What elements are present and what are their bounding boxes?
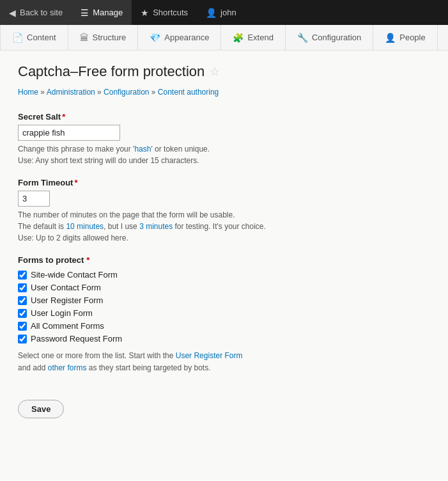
form-timeout-input[interactable] [18, 191, 50, 207]
shortcuts-label: Shortcuts [153, 8, 188, 17]
nav-content[interactable]: 📄 Content [0, 25, 68, 50]
user-register-link[interactable]: User Register Form [176, 351, 243, 360]
ten-minutes-link[interactable]: 10 minutes [66, 222, 104, 231]
form-timeout-label: Form Timeout* [18, 178, 430, 187]
form-timeout-help: The number of minutes on the page that t… [18, 209, 430, 244]
user-register-label[interactable]: User Register Form [31, 296, 103, 305]
nav-extend-label: Extend [247, 33, 273, 42]
three-minutes-link[interactable]: 3 minutes [139, 222, 173, 231]
user-login-checkbox[interactable] [18, 309, 27, 318]
nav-structure[interactable]: 🏛 Structure [68, 25, 139, 50]
secret-salt-label: Secret Salt* [18, 112, 430, 122]
back-arrow-icon: ◀ [9, 8, 16, 18]
nav-content-label: Content [27, 33, 56, 42]
breadcrumb-configuration[interactable]: Configuration [104, 88, 149, 97]
forms-protect-label: Forms to protect * [18, 255, 430, 265]
manage-icon: ☰ [81, 8, 89, 18]
save-button[interactable]: Save [18, 400, 64, 418]
forms-protect-group: Forms to protect * Site-wide Contact For… [18, 255, 430, 374]
star-icon: ★ [141, 8, 149, 18]
back-to-site-button[interactable]: ◀ Back to site [0, 0, 72, 25]
checkbox-user-login[interactable]: User Login Form [18, 308, 430, 318]
breadcrumb-content-authoring[interactable]: Content authoring [158, 88, 219, 97]
configuration-icon: 🔧 [297, 33, 308, 43]
user-register-checkbox[interactable] [18, 296, 27, 305]
site-wide-contact-checkbox[interactable] [18, 271, 27, 280]
form-timeout-group: Form Timeout* The number of minutes on t… [18, 178, 430, 244]
appearance-icon: 💎 [150, 33, 160, 43]
shortcuts-button[interactable]: ★ Shortcuts [132, 0, 197, 25]
checkbox-all-comment[interactable]: All Comment Forms [18, 321, 430, 331]
people-icon: 👤 [385, 33, 396, 43]
nav-extend[interactable]: 🧩 Extend [221, 25, 285, 50]
nav-people[interactable]: 👤 People [373, 25, 437, 50]
checkbox-site-wide-contact[interactable]: Site-wide Contact Form [18, 270, 430, 280]
user-icon: 👤 [206, 8, 217, 18]
other-forms-link[interactable]: other forms [48, 363, 87, 372]
site-wide-contact-label[interactable]: Site-wide Contact Form [31, 270, 118, 280]
secret-salt-input[interactable] [18, 125, 120, 141]
structure-icon: 🏛 [80, 33, 89, 43]
password-request-label[interactable]: Password Request Form [31, 334, 122, 343]
nav-people-label: People [399, 33, 425, 42]
extend-icon: 🧩 [233, 33, 243, 43]
top-nav: ◀ Back to site ☰ Manage ★ Shortcuts 👤 jo… [0, 0, 448, 25]
all-comment-label[interactable]: All Comment Forms [31, 321, 104, 331]
nav-appearance-label: Appearance [164, 33, 209, 42]
password-request-checkbox[interactable] [18, 335, 27, 343]
all-comment-checkbox[interactable] [18, 322, 27, 331]
manage-button[interactable]: ☰ Manage [72, 0, 132, 25]
back-to-site-label: Back to site [20, 8, 63, 17]
user-login-label[interactable]: User Login Form [31, 308, 93, 318]
checkbox-password-request[interactable]: Password Request Form [18, 334, 430, 343]
page-title: Captcha–Free form protection ☆ [18, 63, 430, 80]
user-contact-label[interactable]: User Contact Form [31, 283, 101, 292]
content-icon: 📄 [12, 33, 23, 43]
user-label: john [220, 8, 236, 17]
secondary-nav: 📄 Content 🏛 Structure 💎 Appearance 🧩 Ext… [0, 25, 448, 51]
secret-salt-help: Change this phrase to make your 'hash' o… [18, 143, 430, 166]
secret-salt-group: Secret Salt* Change this phrase to make … [18, 112, 430, 166]
breadcrumb: Home » Administration » Configuration » … [18, 88, 430, 97]
page-title-text: Captcha–Free form protection [18, 63, 205, 80]
hash-link[interactable]: hash [134, 145, 151, 154]
checkbox-user-contact[interactable]: User Contact Form [18, 283, 430, 292]
nav-structure-label: Structure [93, 33, 127, 42]
user-menu-button[interactable]: 👤 john [197, 0, 245, 25]
breadcrumb-home[interactable]: Home [18, 88, 38, 97]
breadcrumb-administration[interactable]: Administration [47, 88, 95, 97]
manage-label: Manage [93, 8, 123, 17]
nav-configuration-label: Configuration [312, 33, 361, 42]
user-contact-checkbox[interactable] [18, 283, 27, 292]
main-content: Captcha–Free form protection ☆ Home » Ad… [0, 51, 448, 480]
protect-help-text: Select one or more from the list. Start … [18, 350, 430, 374]
favorite-icon[interactable]: ☆ [210, 65, 220, 79]
nav-configuration[interactable]: 🔧 Configuration [286, 25, 373, 50]
checkbox-user-register[interactable]: User Register Form [18, 296, 430, 305]
nav-appearance[interactable]: 💎 Appearance [138, 25, 221, 50]
